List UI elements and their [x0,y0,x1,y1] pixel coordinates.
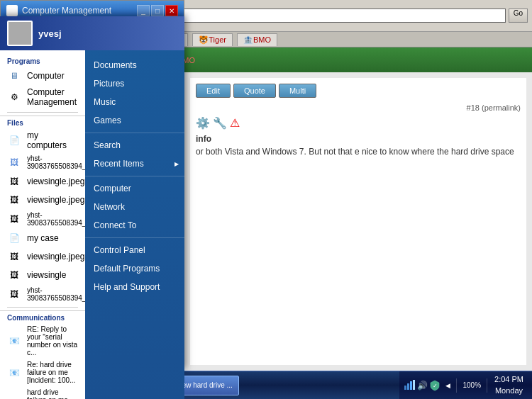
sm-right-pictures[interactable]: Pictures [85,74,184,93]
sm-right-recent-label: Recent Items [94,159,144,169]
sm-item-file-6[interactable]: 📄 my case [0,229,85,247]
tab-tiger[interactable]: 🐯Tiger [192,33,233,46]
image-icon-5: 🖼 [7,249,21,264]
start-menu-left-panel: Programs 🖥 Computer ⚙ Computer Managemen… [0,50,85,399]
sm-comm-1-label: RE: Reply to your "serial number on vist… [27,325,78,356]
svg-rect-15 [407,383,409,390]
sm-item-file-8[interactable]: 🖼 viewsingle [0,266,85,284]
network-tray-icon[interactable] [404,380,415,391]
sm-item-my-computers[interactable]: 📄 my computers [0,128,85,152]
computer-management-icon: ⚙ [7,90,21,104]
doc-icon-1: 📄 [7,133,21,147]
sm-right-connect-to[interactable]: Connect To [85,216,184,235]
post-number: #18 (permalink) [196,103,521,112]
sm-right-computer[interactable]: Computer [85,179,184,198]
separator-2 [7,307,78,308]
cm-window-icon: ⚙ [6,5,18,16]
programs-section-label: Programs [0,55,85,67]
sm-right-network[interactable]: Network [85,198,184,216]
sm-file-7-label: viewsingle.jpeg33 [27,252,85,262]
separator-1 [7,112,78,113]
sm-file-9-label: yhst-39083765508394_2099_352254622 [27,286,85,302]
cm-minimize-button[interactable]: _ [137,5,150,16]
go-button[interactable]: Go [509,9,528,23]
cm-close-button[interactable]: ✕ [165,5,178,16]
sm-right-music[interactable]: Music [85,93,184,111]
system-tray: 🔊 ✓ ◀ 100% 2:04 PM Monday [399,371,532,399]
sm-right-documents[interactable]: Documents [85,56,184,74]
sm-right-documents-label: Documents [94,60,137,70]
sm-right-music-label: Music [94,97,116,107]
sm-right-connect-label: Connect To [94,220,137,230]
multi-button[interactable]: Multi [279,84,316,98]
image-icon-3: 🖼 [7,193,21,207]
sm-right-default-label: Default Programs [94,264,160,274]
sm-item-file-7[interactable]: 🖼 viewsingle.jpeg33 [0,247,85,266]
sm-right-games[interactable]: Games [85,111,184,130]
sm-item-file-2[interactable]: 🖼 yhst-39083765508394_2099_366065712 [0,152,85,172]
volume-tray-icon[interactable]: 🔊 [416,380,428,391]
start-menu-body: Programs 🖥 Computer ⚙ Computer Managemen… [0,50,184,399]
email-icon-1: 📧 [7,334,21,348]
sm-right-network-label: Network [94,202,125,212]
files-section-label: Files [0,116,85,128]
start-menu-header: yvesj [0,16,184,50]
post-text: info or both Vista and Windows 7. But no… [196,133,521,158]
sm-right-control-panel[interactable]: Control Panel [85,241,184,259]
sm-file-6-label: my case [27,233,59,243]
system-clock[interactable]: 2:04 PM Monday [490,374,528,396]
arrow-tray-icon[interactable]: ◀ [442,380,453,391]
cm-maximize-button[interactable]: □ [151,5,164,16]
image-icon-2: 🖼 [7,174,21,189]
svg-rect-14 [404,386,406,390]
sm-right-default-programs[interactable]: Default Programs [85,259,184,278]
sm-file-4-label: viewsingle.jpeg2122 [27,195,85,205]
zoom-indicator[interactable]: 100% [460,381,484,390]
cm-window-title: Computer Management [22,6,111,16]
quote-button[interactable]: Quote [233,84,276,98]
sm-right-control-label: Control Panel [94,245,145,255]
sm-file-8-label: viewsingle [27,270,66,280]
sm-item-computer-management[interactable]: ⚙ Computer Management [0,85,85,109]
communications-section-label: Communications [0,310,85,323]
sm-item-computer-label: Computer [27,71,65,81]
image-icon-4: 🖼 [7,212,21,226]
sm-item-cm-label: Computer Management [27,87,78,107]
email-icon-2: 📧 [7,366,21,380]
user-avatar [7,21,33,46]
edit-button[interactable]: Edit [196,84,231,98]
start-menu: yvesj Programs 🖥 Computer ⚙ Computer Man… [0,16,184,371]
sm-right-recent-items[interactable]: Recent Items [85,154,184,173]
clock-day: Monday [494,386,523,396]
sm-item-file-9[interactable]: 🖼 yhst-39083765508394_2099_352254622 [0,284,85,304]
sm-comm-3-label: hard drive failure on me [Incident: 1003… [27,388,78,399]
sm-comm-2[interactable]: 📧 Re: hard drive failure on me [Incident… [0,359,85,386]
sm-right-search[interactable]: Search [85,136,184,154]
sm-file-5-label: yhst-39083765508394_2098_42522202 [27,211,85,227]
sm-right-search-label: Search [94,140,121,150]
sm-file-2-label: yhst-39083765508394_2099_366065712 [27,154,85,170]
username-label: yvesj [38,28,62,39]
sm-right-pictures-label: Pictures [94,79,124,89]
start-menu-right-panel: Documents Pictures Music Games Search Re… [85,50,184,399]
safety-tray-icon[interactable]: ✓ [429,380,440,391]
sm-file-3-label: viewsingle.jpeg1111 [27,176,85,186]
zoom-label: 100% [462,381,481,390]
doc-icon-2: 📄 [7,231,21,245]
sm-item-file-3[interactable]: 🖼 viewsingle.jpeg1111 [0,172,85,191]
forum-action-buttons: Edit Quote Multi [196,84,521,98]
tab-bmo[interactable]: 🏦BMO [237,33,277,46]
sm-file-1-label: my computers [27,130,78,150]
sm-item-file-4[interactable]: 🖼 viewsingle.jpeg2122 [0,191,85,209]
svg-text:✓: ✓ [433,383,438,389]
sm-item-computer[interactable]: 🖥 Computer [0,67,85,85]
computer-icon: 🖥 [7,69,21,83]
sm-right-games-label: Games [94,116,121,125]
sm-comm-1[interactable]: 📧 RE: Reply to your "serial number on vi… [0,323,85,359]
svg-rect-16 [410,381,412,390]
sm-item-file-5[interactable]: 🖼 yhst-39083765508394_2098_42522202 [0,209,85,229]
svg-rect-17 [413,380,415,390]
sm-right-help[interactable]: Help and Support [85,278,184,296]
clock-time: 2:04 PM [494,374,523,385]
sm-comm-3[interactable]: 📧 hard drive failure on me [Incident: 10… [0,386,85,399]
